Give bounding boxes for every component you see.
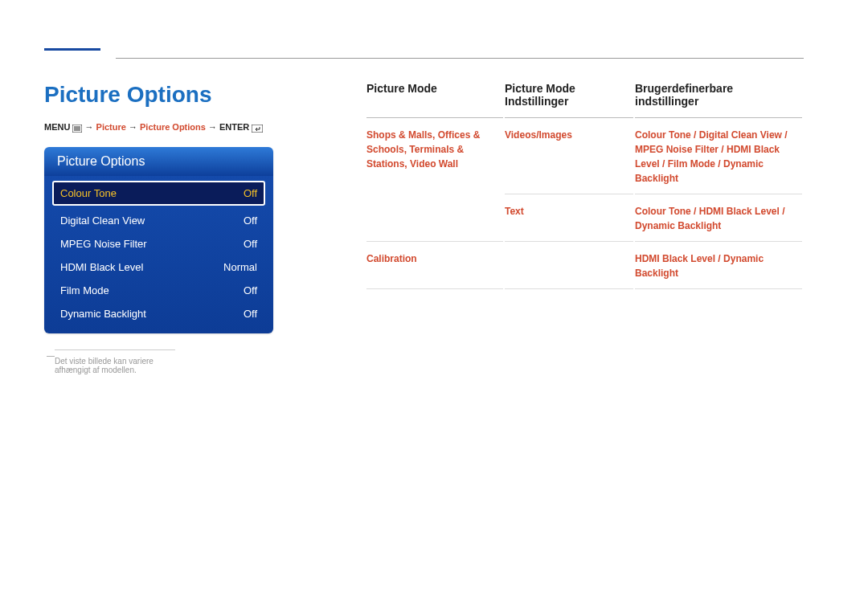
table-cell: Colour Tone / HDMI Black Level / Dynamic… bbox=[635, 196, 802, 242]
settings-table: Picture Mode Picture Mode Indstillinger … bbox=[365, 80, 804, 291]
table-cell: Videos/Images bbox=[505, 120, 633, 194]
table-header: Picture Mode Indstillinger bbox=[505, 82, 633, 118]
table-cell: Colour Tone / Digital Clean View / MPEG … bbox=[635, 120, 802, 194]
breadcrumb-arrow: → bbox=[208, 122, 217, 132]
table-header: Picture Mode bbox=[366, 82, 503, 118]
table-cell: Calibration bbox=[366, 243, 503, 289]
osd-row-value: Off bbox=[244, 308, 257, 320]
table-cell: HDMI Black Level / Dynamic Backlight bbox=[635, 243, 802, 289]
osd-row-colour-tone[interactable]: Colour Tone Off bbox=[52, 181, 265, 206]
breadcrumb-seg1: Picture bbox=[96, 122, 126, 132]
horizontal-rule bbox=[116, 58, 804, 59]
footnote: Det viste billede kan variere afhængigt … bbox=[55, 349, 175, 374]
osd-row-hdmi-black-level[interactable]: HDMI Black Level Normal bbox=[52, 255, 265, 279]
osd-row-label: Film Mode bbox=[60, 284, 109, 296]
osd-body: Colour Tone Off Digital Clean View Off M… bbox=[44, 176, 273, 333]
osd-row-mpeg-noise-filter[interactable]: MPEG Noise Filter Off bbox=[52, 232, 265, 255]
osd-row-value: Off bbox=[244, 238, 257, 250]
svg-rect-4 bbox=[252, 125, 263, 133]
osd-row-film-mode[interactable]: Film Mode Off bbox=[52, 279, 265, 302]
footnote-dash: ― bbox=[47, 351, 55, 360]
osd-row-digital-clean-view[interactable]: Digital Clean View Off bbox=[52, 209, 265, 232]
osd-row-value: Normal bbox=[223, 261, 257, 273]
page-title: Picture Options bbox=[44, 82, 211, 108]
osd-row-value: Off bbox=[244, 284, 257, 296]
breadcrumb-arrow: → bbox=[129, 122, 137, 132]
osd-row-value: Off bbox=[244, 187, 257, 199]
osd-row-label: HDMI Black Level bbox=[60, 261, 143, 273]
breadcrumb: MENU → Picture → Picture Options → ENTER bbox=[44, 122, 263, 133]
breadcrumb-enter: ENTER bbox=[219, 122, 249, 132]
osd-row-label: Digital Clean View bbox=[60, 215, 145, 227]
breadcrumb-menu: MENU bbox=[44, 122, 70, 132]
breadcrumb-seg2: Picture Options bbox=[140, 122, 206, 132]
osd-row-label: Dynamic Backlight bbox=[60, 308, 146, 320]
breadcrumb-arrow: → bbox=[85, 122, 94, 132]
table-cell bbox=[505, 243, 633, 289]
table-header: Brugerdefinerbare indstillinger bbox=[635, 82, 802, 118]
osd-panel: Picture Options Colour Tone Off Digital … bbox=[44, 147, 273, 333]
osd-row-value: Off bbox=[244, 215, 257, 227]
table-row: Shops & Malls, Offices & Schools, Termin… bbox=[366, 120, 802, 194]
table-cell: Text bbox=[505, 196, 633, 242]
menu-icon bbox=[72, 123, 82, 133]
chapter-rule bbox=[44, 48, 100, 51]
osd-row-dynamic-backlight[interactable]: Dynamic Backlight Off bbox=[52, 302, 265, 325]
osd-row-label: Colour Tone bbox=[60, 187, 117, 199]
osd-row-label: MPEG Noise Filter bbox=[60, 238, 147, 250]
table-row: Calibration HDMI Black Level / Dynamic B… bbox=[366, 243, 802, 289]
enter-icon bbox=[252, 123, 263, 133]
osd-header: Picture Options bbox=[44, 147, 273, 176]
table-cell: Shops & Malls, Offices & Schools, Termin… bbox=[366, 120, 503, 242]
